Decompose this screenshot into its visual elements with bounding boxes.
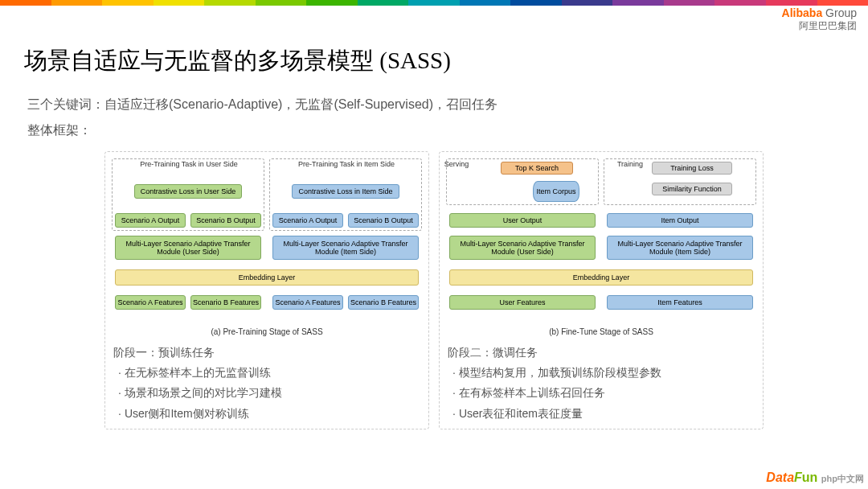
stage-b-text: 阶段二：微调任务 模型结构复用，加载预训练阶段模型参数 在有标签样本上训练召回任… (448, 343, 758, 424)
pretraining-panel: Pre-Training Task in User Side Pre-Train… (104, 151, 429, 429)
item-features: Item Features (607, 295, 753, 310)
scenario-a-output-user: Scenario A Output (115, 213, 186, 228)
item-corpus: Item Corpus (533, 181, 579, 202)
training-label: Training (602, 160, 658, 168)
content-columns: Pre-Training Task in User Side Pre-Train… (104, 151, 764, 429)
ml-transfer-item: Multi-Layer Scenario Adaptive Transfer M… (272, 236, 419, 260)
stage-a-bullet-2: 场景和场景之间的对比学习建模 (118, 383, 424, 403)
stage-a-text: 阶段一：预训练任务 在无标签样本上的无监督训练 场景和场景之间的对比学习建模 U… (113, 343, 424, 424)
scenario-b-output-user: Scenario B Output (190, 213, 261, 228)
stage-a-heading: 阶段一：预训练任务 (113, 343, 424, 363)
stage-b-bullet-3: User表征和item表征度量 (452, 404, 758, 424)
slide-title: 场景自适应与无监督的多场景模型 (SASS) (24, 45, 451, 77)
top-color-bar (0, 0, 868, 6)
topk-search: Top K Search (501, 162, 573, 175)
ml-transfer-item-b: Multi-Layer Scenario Adaptive Transfer M… (607, 236, 753, 260)
framework-label: 整体框架： (27, 122, 92, 139)
user-features: User Features (449, 295, 596, 310)
task-user-label: Pre-Training Task in User Side (133, 160, 245, 168)
watermark: DataFun php中文网 (766, 471, 864, 485)
scenario-b-features-item: Scenario B Features (348, 295, 419, 310)
stage-a-bullet-1: 在无标签样本上的无监督训练 (118, 363, 424, 383)
ml-transfer-user-b: Multi-Layer Scenario Adaptive Transfer M… (449, 236, 596, 260)
scenario-a-features-item: Scenario A Features (272, 295, 343, 310)
scenario-b-output-item: Scenario B Output (348, 213, 419, 228)
scenario-a-output-item: Scenario A Output (272, 213, 343, 228)
stage-b-heading: 阶段二：微调任务 (448, 343, 758, 363)
stage-b-bullet-1: 模型结构复用，加载预训练阶段模型参数 (452, 363, 758, 383)
training-loss: Training Loss (652, 162, 732, 175)
finetune-panel: Serving Training Top K Search Item Corpu… (439, 151, 764, 429)
contrastive-loss-user: Contrastive Loss in User Side (134, 184, 242, 199)
stage-b-bullet-2: 在有标签样本上训练召回任务 (452, 383, 758, 403)
pretraining-diagram: Pre-Training Task in User Side Pre-Train… (110, 157, 424, 324)
embedding-layer-b: Embedding Layer (449, 269, 753, 286)
scenario-b-features-user: Scenario B Features (190, 295, 261, 310)
alibaba-logo: Alibaba Group 阿里巴巴集团 (782, 6, 857, 31)
user-output: User Output (449, 213, 596, 228)
embedding-layer-a: Embedding Layer (115, 269, 419, 286)
scenario-a-features-user: Scenario A Features (115, 295, 186, 310)
serving-label: Serving (420, 160, 493, 168)
keywords-line: 三个关键词：自适应迁移(Scenario-Adaptive)，无监督(Self-… (27, 97, 497, 113)
finetune-diagram: Serving Training Top K Search Item Corpu… (444, 157, 758, 324)
caption-a: (a) Pre-Training Stage of SASS (110, 324, 424, 338)
contrastive-loss-item: Contrastive Loss in Item Side (292, 184, 399, 199)
stage-a-bullet-3: User侧和Item侧对称训练 (118, 404, 424, 424)
ml-transfer-user: Multi-Layer Scenario Adaptive Transfer M… (115, 236, 261, 260)
item-output: Item Output (607, 213, 753, 228)
task-item-label: Pre-Training Task in Item Side (290, 160, 403, 168)
caption-b: (b) Fine-Tune Stage of SASS (444, 324, 758, 338)
similarity-function: Similarity Function (652, 183, 732, 195)
